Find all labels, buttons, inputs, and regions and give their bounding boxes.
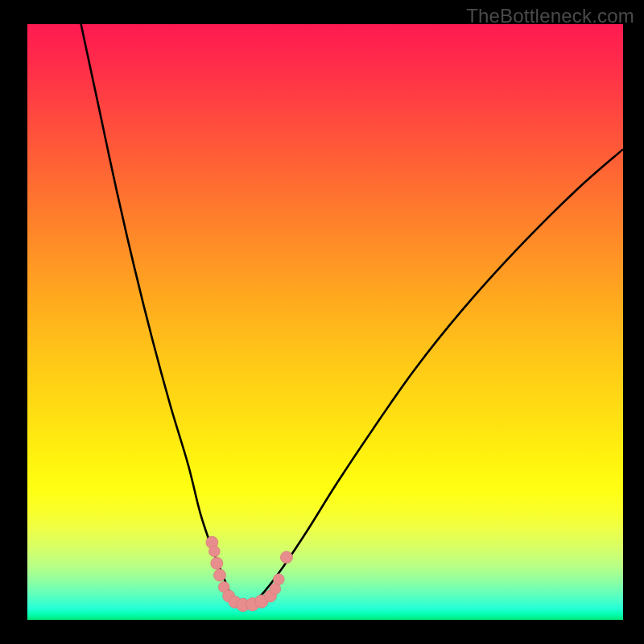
- curve-group: [81, 24, 623, 605]
- data-marker: [280, 551, 292, 564]
- data-marker: [214, 569, 226, 581]
- right-curve: [242, 149, 623, 605]
- chart-svg: [27, 24, 623, 620]
- data-marker: [211, 557, 223, 569]
- plot-area: [27, 24, 623, 620]
- left-curve: [81, 24, 242, 605]
- data-marker: [209, 546, 221, 557]
- data-marker: [273, 574, 284, 585]
- chart-frame: TheBottleneck.com: [0, 0, 644, 644]
- marker-group: [206, 536, 292, 611]
